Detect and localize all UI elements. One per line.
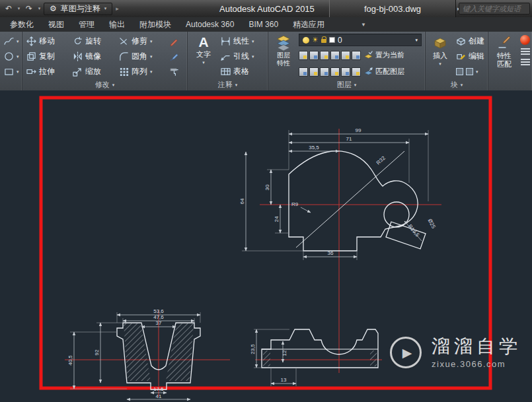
match-layer-icon xyxy=(363,67,373,77)
copy-button[interactable]: 复制 xyxy=(25,50,71,63)
rotate-button[interactable]: 旋转 xyxy=(71,35,118,48)
tab-parametric[interactable]: 参数化 xyxy=(3,17,41,32)
brush-tool-button[interactable] xyxy=(168,51,182,62)
dim-label: 13 xyxy=(281,377,287,383)
scale-button[interactable]: 缩放 xyxy=(71,65,118,78)
tab-autodesk360[interactable]: Autodesk 360 xyxy=(178,17,241,32)
block-panel-label[interactable]: 块 ▾ xyxy=(426,80,488,90)
chevron-down-icon: ▾ xyxy=(476,69,478,75)
workspace-selector[interactable]: ⚙ 草图与注释 ▾ xyxy=(44,3,112,15)
insert-button[interactable]: 插入 ▾ xyxy=(428,34,452,79)
color-sphere-icon[interactable] xyxy=(520,35,530,45)
dim-label: 36 xyxy=(328,250,334,256)
layers-panel-label[interactable]: 图层 ▾ xyxy=(268,80,425,90)
move-button[interactable]: 移动 xyxy=(25,35,71,48)
make-current-icon xyxy=(363,50,373,60)
text-button[interactable]: A 文字 ▾ xyxy=(190,34,217,79)
linetype-list-icon[interactable] xyxy=(521,48,530,55)
annotate-panel-label[interactable]: 注释 ▾ xyxy=(188,80,268,90)
layer-unisolate-icon[interactable] xyxy=(341,51,350,60)
layer-merge-icon[interactable] xyxy=(341,67,350,77)
undo-button[interactable]: ↶ xyxy=(3,2,15,15)
dim-label: 71 xyxy=(346,136,352,142)
chevron-down-icon: ▾ xyxy=(17,54,19,59)
search-input[interactable] xyxy=(463,5,526,13)
match-properties-button[interactable]: 特性 匹配 xyxy=(491,34,517,79)
tab-view[interactable]: 视图 xyxy=(41,17,71,32)
tab-featured-apps[interactable]: 精选应用 xyxy=(285,17,332,32)
mirror-button[interactable]: 镜像 xyxy=(71,50,118,63)
tab-manage[interactable]: 管理 xyxy=(71,17,102,32)
document-tab[interactable]: fog-bj-003.dwg xyxy=(329,0,456,17)
chevron-down-icon: ▾ xyxy=(18,6,20,11)
drawing-area[interactable]: 99 71 35,5 64 30 24 36 R9 R32 R19,5 Ø25 xyxy=(0,90,532,402)
watermark: ▶ 溜溜自学 zixue.3066.com xyxy=(390,336,521,369)
undo-dropdown[interactable]: ▾ xyxy=(16,2,22,15)
layer-properties-button[interactable]: 图层 特性 xyxy=(271,34,296,79)
linear-label: 线性 xyxy=(233,36,249,47)
scale-label: 缩放 xyxy=(85,66,101,77)
linear-dimension-button[interactable]: 线性 ▾ xyxy=(219,34,256,49)
rectangle-button[interactable]: ▾ xyxy=(3,64,20,79)
layer-off-icon[interactable] xyxy=(299,51,308,60)
dim-label: 53,6 xyxy=(153,308,164,314)
layer-on-all-icon[interactable] xyxy=(330,67,340,77)
layer-previous-icon[interactable] xyxy=(352,51,361,60)
leader-icon xyxy=(221,51,231,61)
text-icon: A xyxy=(198,35,208,50)
layer-walk-icon[interactable] xyxy=(299,67,308,77)
stretch-button[interactable]: 拉伸 xyxy=(25,65,71,78)
match-layer-label: 匹配图层 xyxy=(375,67,404,77)
top-view-dimensions: 99 71 35,5 64 30 24 36 R9 R32 R19,5 Ø25 xyxy=(239,127,437,260)
create-block-button[interactable]: 创建 xyxy=(455,34,486,49)
fillet-label: 圆角 xyxy=(132,51,147,62)
redo-dropdown[interactable]: ▾ xyxy=(36,2,42,15)
layer-unlock-icon[interactable] xyxy=(320,67,329,77)
modify-panel-label[interactable]: 修改 ▾ xyxy=(22,80,187,90)
dim-label: 24 xyxy=(274,216,280,222)
layer-freeze-icon[interactable] xyxy=(320,51,329,60)
tab-bim360[interactable]: BIM 360 xyxy=(241,17,285,32)
layer-lock-tool-icon[interactable] xyxy=(330,51,340,60)
array-button[interactable]: 阵列 ▾ xyxy=(118,65,168,78)
match-properties-icon xyxy=(496,35,512,51)
layer-combo[interactable]: ☀ 0 ▾ xyxy=(299,34,422,46)
match-layer-button[interactable]: 匹配图层 xyxy=(363,67,404,77)
layer-properties-icon xyxy=(276,35,291,51)
dim-label: Ø25 xyxy=(427,218,437,230)
block-extra-tools[interactable]: ▾ xyxy=(455,64,486,79)
redo-button[interactable]: ↷ xyxy=(23,2,35,15)
ribbon-tab-bar: 参数化 视图 管理 输出 附加模块 Autodesk 360 BIM 360 精… xyxy=(0,17,532,32)
tab-addins[interactable]: 附加模块 xyxy=(132,17,178,32)
trim-label: 修剪 xyxy=(132,36,147,47)
pen-tool-button[interactable] xyxy=(168,36,182,47)
trim-button[interactable]: 修剪 ▾ xyxy=(118,35,168,48)
match-properties-label-2: 匹配 xyxy=(497,60,512,68)
leader-button[interactable]: 引线 ▾ xyxy=(219,49,256,64)
toolbar-overflow-icon[interactable]: ▸ xyxy=(116,5,119,12)
tab-output[interactable]: 输出 xyxy=(102,17,132,32)
top-view-geometry xyxy=(289,151,426,251)
panel-expand-icon: ▾ xyxy=(235,83,238,88)
layer-lock-icon xyxy=(321,39,326,43)
dim-label: 23,5 xyxy=(250,344,256,354)
layer-properties-label-2: 特性 xyxy=(277,59,290,67)
table-button[interactable]: 表格 xyxy=(219,64,256,79)
dim-label: 12 xyxy=(282,350,287,356)
make-current-button[interactable]: 置为当前 xyxy=(363,50,404,60)
spline-button[interactable]: ▾ xyxy=(3,34,20,49)
rotate-label: 旋转 xyxy=(85,36,101,47)
dim-label: 64 xyxy=(239,198,245,204)
roller-tool-button[interactable] xyxy=(168,66,182,77)
lineweight-list-icon[interactable] xyxy=(521,59,530,66)
layer-isolate-icon[interactable] xyxy=(309,51,319,60)
fillet-button[interactable]: 圆角 ▾ xyxy=(118,50,168,63)
layer-delete-icon[interactable] xyxy=(352,67,361,77)
ribbon-collapse-button[interactable]: ▼ xyxy=(361,22,366,28)
edit-block-button[interactable]: 编辑 xyxy=(455,49,486,64)
section-right-geometry xyxy=(262,329,378,368)
layer-thaw-all-icon[interactable] xyxy=(309,67,319,77)
circle-button[interactable]: ▾ xyxy=(3,49,20,64)
copy-icon xyxy=(26,51,36,61)
table-icon xyxy=(221,67,231,77)
